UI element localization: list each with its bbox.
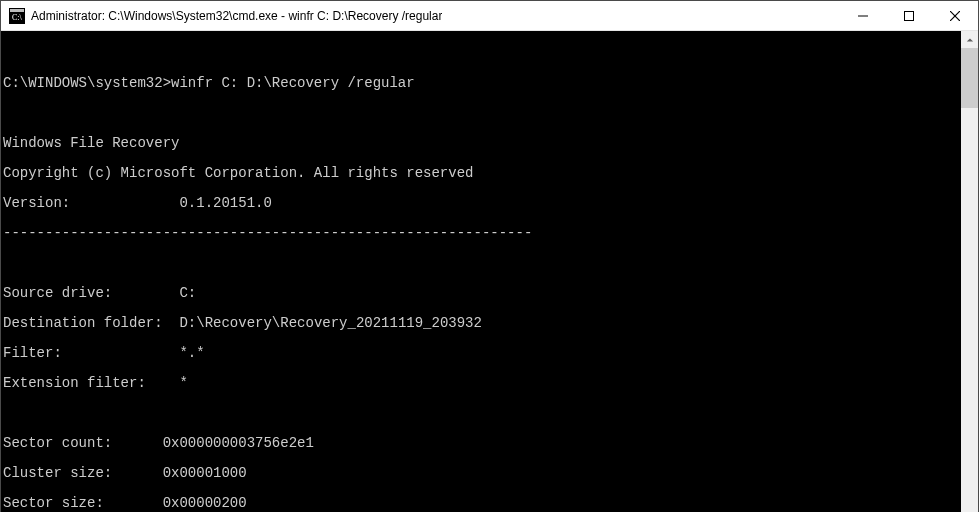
version-label: Version:	[3, 195, 70, 211]
close-button[interactable]	[932, 1, 978, 31]
cmd-icon: C:\	[9, 8, 25, 24]
maximize-button[interactable]	[886, 1, 932, 31]
titlebar[interactable]: C:\ Administrator: C:\Windows\System32\c…	[1, 1, 978, 31]
stat-label: Sector count:	[3, 435, 112, 451]
stat-value: 0x00001000	[163, 465, 247, 481]
param-value: D:\Recovery\Recovery_20211119_203932	[179, 315, 481, 331]
prompt-path: C:\WINDOWS\system32>	[3, 75, 171, 91]
minimize-button[interactable]	[840, 1, 886, 31]
window: C:\ Administrator: C:\Windows\System32\c…	[0, 0, 979, 512]
app-name: Windows File Recovery	[3, 136, 961, 151]
scroll-thumb[interactable]	[961, 48, 978, 108]
param-value: C:	[179, 285, 196, 301]
separator: ----------------------------------------…	[3, 226, 961, 241]
param-row: Destination folder: D:\Recovery\Recovery…	[3, 316, 961, 331]
terminal-output[interactable]: C:\WINDOWS\system32>winfr C: D:\Recovery…	[1, 31, 961, 512]
param-row: Filter: *.*	[3, 346, 961, 361]
stat-label: Cluster size:	[3, 465, 112, 481]
stat-value: 0x00000200	[163, 495, 247, 511]
param-label: Destination folder:	[3, 315, 163, 331]
scroll-up-button[interactable]	[961, 31, 978, 48]
vertical-scrollbar[interactable]	[961, 31, 978, 512]
stat-value: 0x000000003756e2e1	[163, 435, 314, 451]
version-line: Version: 0.1.20151.0	[3, 196, 961, 211]
param-label: Source drive:	[3, 285, 112, 301]
version-value: 0.1.20151.0	[179, 195, 271, 211]
stat-row: Sector count: 0x000000003756e2e1	[3, 436, 961, 451]
svg-text:C:\: C:\	[12, 13, 23, 22]
command-text: winfr C: D:\Recovery /regular	[171, 75, 415, 91]
param-value: *	[179, 375, 187, 391]
param-label: Filter:	[3, 345, 62, 361]
stat-label: Sector size:	[3, 495, 104, 511]
blank-line	[3, 106, 961, 121]
blank-line	[3, 46, 961, 61]
stat-row: Sector size: 0x00000200	[3, 496, 961, 511]
stat-row: Cluster size: 0x00001000	[3, 466, 961, 481]
param-row: Extension filter: *	[3, 376, 961, 391]
blank-line	[3, 406, 961, 421]
client-area: C:\WINDOWS\system32>winfr C: D:\Recovery…	[1, 31, 978, 512]
param-value: *.*	[179, 345, 204, 361]
window-title: Administrator: C:\Windows\System32\cmd.e…	[31, 9, 442, 23]
param-row: Source drive: C:	[3, 286, 961, 301]
copyright: Copyright (c) Microsoft Corporation. All…	[3, 166, 961, 181]
svg-rect-4	[905, 11, 914, 20]
param-label: Extension filter:	[3, 375, 146, 391]
blank-line	[3, 256, 961, 271]
prompt-line: C:\WINDOWS\system32>winfr C: D:\Recovery…	[3, 76, 961, 91]
svg-rect-1	[10, 9, 24, 12]
